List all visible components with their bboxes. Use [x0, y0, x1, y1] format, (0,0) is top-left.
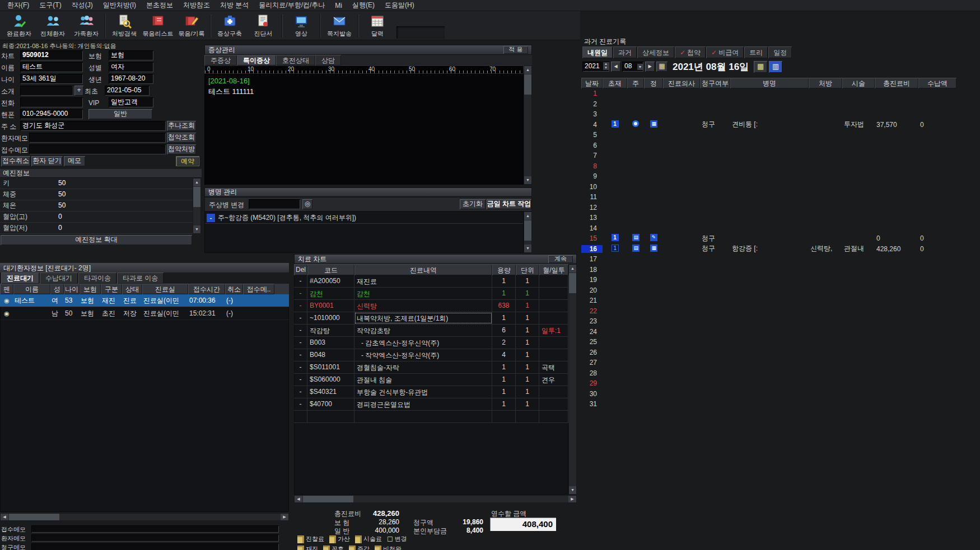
history-day-row[interactable]: 28: [581, 368, 956, 379]
scroll-up-icon[interactable]: ▲: [193, 178, 200, 186]
waiting-tab[interactable]: 진료대기: [1, 272, 39, 284]
history-day-row[interactable]: 7: [581, 151, 956, 161]
scroll-left-icon[interactable]: ◀: [1, 514, 8, 520]
waiting-row[interactable]: ◉남50보험초진저장진료실(이민15:02:31(-): [0, 307, 289, 320]
reserve-button[interactable]: 예약: [176, 156, 199, 166]
scroll-thumb[interactable]: [193, 187, 200, 207]
fee-extra-button[interactable]: 비첩완: [375, 545, 402, 550]
waiting-row[interactable]: ◉테스트여53보험재진진료진료실(이민07:00:36(-): [0, 294, 289, 307]
close-patient-button[interactable]: 환자 닫기: [31, 156, 63, 166]
history-day-row[interactable]: 2: [581, 99, 956, 110]
menu-item[interactable]: 실행(E): [347, 0, 380, 11]
menu-item[interactable]: 본초정보: [141, 0, 178, 11]
history-day-row[interactable]: 22: [581, 306, 956, 317]
history-day-row[interactable]: 25: [581, 337, 956, 347]
symptom-tab[interactable]: 호전상태: [276, 55, 315, 65]
preexam-scrollbar[interactable]: ▲▼: [193, 178, 201, 234]
history-day-row[interactable]: 27: [581, 358, 956, 368]
menu-item[interactable]: 환자(F): [2, 0, 34, 11]
field-input[interactable]: 일반고객: [109, 97, 153, 107]
history-column-label[interactable]: 정: [644, 78, 663, 88]
waiting-column-label[interactable]: 구분: [101, 284, 122, 294]
history-day-row[interactable]: 14: [581, 223, 956, 234]
field-input[interactable]: [20, 97, 83, 107]
history-column-label[interactable]: 주: [627, 78, 644, 88]
scroll-up-icon[interactable]: ▲: [524, 66, 531, 74]
history-day-row[interactable]: 12: [581, 203, 956, 213]
treatment-scrollbar[interactable]: ▲▼: [568, 264, 577, 495]
completed-patients-button[interactable]: 완료환자: [2, 12, 36, 39]
field-input[interactable]: 2021-05-05: [105, 86, 150, 96]
today-chart-work-button[interactable]: 금일 차트 작업: [487, 199, 531, 209]
menu-item[interactable]: 일반처방(I): [98, 0, 141, 11]
field-input[interactable]: 9509012: [20, 50, 83, 60]
treatment-row[interactable]: -~1010000내복약처방, 조제료(1일분/1회)11: [294, 312, 568, 325]
history-column-label[interactable]: 초재: [603, 78, 627, 88]
waiting-column-label[interactable]: 상태: [122, 284, 142, 294]
symptom-tab[interactable]: 특이증상: [237, 55, 276, 65]
year-selector[interactable]: 2021 ▲▼: [582, 62, 609, 72]
rx-search-button[interactable]: 처방검색: [108, 12, 141, 39]
field-input[interactable]: [20, 86, 73, 96]
scroll-thumb[interactable]: [569, 273, 576, 293]
treatment-column-label[interactable]: 단위: [516, 264, 539, 275]
herb-lookup-button[interactable]: 첩약조회: [167, 133, 196, 143]
history-tab[interactable]: 트리: [744, 46, 768, 58]
waiting-column-label[interactable]: 펜: [0, 284, 13, 294]
field-input[interactable]: 보험: [109, 50, 153, 60]
all-patients-button[interactable]: 전체환자: [36, 12, 69, 39]
scroll-down-icon[interactable]: ▼: [524, 176, 531, 184]
calendar-button[interactable]: 달력: [361, 12, 394, 39]
scroll-thumb[interactable]: [524, 220, 531, 241]
treatment-row[interactable]: -$S40321부항술 건식부항-유관법11: [294, 386, 568, 398]
change-checkbox[interactable]: ☐변경: [387, 535, 407, 543]
menu-item[interactable]: 도구(T): [34, 0, 66, 11]
history-day-row[interactable]: 26: [581, 347, 956, 358]
preexam-expand-button[interactable]: 예진정보 확대: [1, 235, 192, 245]
history-column-label[interactable]: 청구여부: [700, 78, 730, 88]
history-column-label[interactable]: 날짜: [581, 78, 603, 88]
memo-input[interactable]: [31, 525, 279, 533]
treatment-column-label[interactable]: 코드: [307, 264, 354, 275]
field-input[interactable]: 53세 361일: [20, 74, 83, 84]
treatment-row[interactable]: -$S060000관절내 침술11견우: [294, 374, 568, 386]
field-input[interactable]: 경기도 화성군: [20, 121, 166, 131]
field-input[interactable]: 테스트: [20, 62, 83, 72]
waiting-tab[interactable]: 수납대기: [40, 272, 78, 284]
calendar-picker-icon[interactable]: ▦: [656, 62, 668, 72]
symptom-scrollbar[interactable]: ▲▼: [524, 65, 532, 185]
scroll-thumb[interactable]: [524, 74, 531, 95]
preexam-value[interactable]: 50: [58, 200, 193, 211]
history-column-label[interactable]: 병명: [730, 78, 809, 88]
calendar-view-icon[interactable]: ▦: [754, 61, 767, 73]
spin-up-icon[interactable]: ▲: [603, 62, 609, 66]
treatment-column-label[interactable]: 혈/일투: [539, 264, 568, 275]
history-tab[interactable]: ✓비급여: [706, 46, 744, 58]
symptom-tab[interactable]: 주증상: [204, 55, 237, 65]
menu-item[interactable]: 물리치료/부항/컵/추나: [254, 0, 330, 11]
apply-button[interactable]: 적 용: [503, 46, 528, 54]
treatment-row[interactable]: -$40700경피경근온열요법11: [294, 398, 568, 411]
history-day-row[interactable]: 161▤▦청구항강증 [:신력탕,관절내428,2600: [581, 244, 956, 255]
symptom-text-area[interactable]: [2021-08-16] 테스트 111111: [204, 74, 524, 185]
preexam-value[interactable]: 50: [58, 189, 193, 200]
field-input[interactable]: [29, 133, 166, 143]
history-day-row[interactable]: 18: [581, 265, 956, 275]
chuna-lookup-button[interactable]: 추나조회: [167, 121, 196, 131]
history-day-row[interactable]: 3: [581, 109, 956, 120]
history-tab[interactable]: 과거: [613, 46, 637, 58]
chart-book-icon[interactable]: ▥: [769, 61, 782, 73]
treatment-column-label[interactable]: 진료내역: [354, 264, 492, 275]
waiting-column-label[interactable]: 이름: [13, 284, 50, 294]
history-day-row[interactable]: 8: [581, 161, 956, 172]
treatment-hscrollbar[interactable]: ◀▶: [294, 495, 577, 503]
fee-button[interactable]: 진찰료: [297, 535, 324, 543]
treatment-row[interactable]: -#A200050재진료11: [294, 275, 568, 288]
history-day-row[interactable]: 20: [581, 285, 956, 296]
scroll-thumb[interactable]: [303, 496, 353, 502]
field-input[interactable]: [29, 144, 166, 154]
history-day-row[interactable]: 9: [581, 171, 956, 182]
scroll-up-icon[interactable]: ▲: [569, 265, 576, 272]
fee-extra-button[interactable]: 증감: [349, 545, 370, 550]
history-day-row[interactable]: 41▦청구견비통 [:투자법37,5700: [581, 120, 956, 130]
